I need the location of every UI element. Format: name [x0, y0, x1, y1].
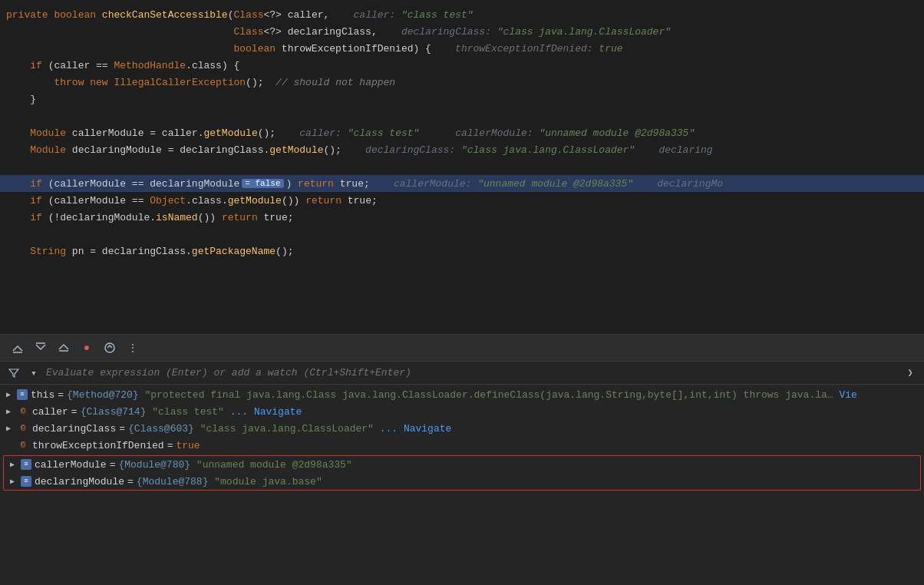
- var-item-callerModule[interactable]: ▶ ≡ callerModule = {Module@780} "unnamed…: [4, 456, 920, 473]
- var-ref-caller: {Class@714}: [81, 406, 147, 418]
- code-line-7: [0, 107, 924, 124]
- code-line-8: Module callerModule = caller.getModule()…: [0, 124, 924, 141]
- expand-icon-throwException: ▶: [6, 441, 17, 450]
- code-line-6: }: [0, 91, 924, 107]
- code-line-11: if (callerModule == declaringModule = fa…: [0, 175, 924, 192]
- field-icon-this: ≡: [17, 389, 28, 400]
- var-item-declaringClass[interactable]: ▶ © declaringClass = {Class@603} "class …: [0, 420, 924, 437]
- code-line-14: [0, 226, 924, 243]
- var-nav-declaringClass[interactable]: ... Navigate: [374, 423, 451, 435]
- var-name-this: this: [31, 389, 54, 401]
- var-val-declaringModule: "module java.base": [208, 476, 322, 488]
- var-item-this[interactable]: ▶ ≡ this = {Method@720} "protected final…: [0, 386, 924, 403]
- throw-keyword: throw: [54, 77, 84, 88]
- more-options-button[interactable]: ⋮: [124, 339, 141, 356]
- run-to-cursor-button[interactable]: ●: [78, 339, 95, 356]
- code-line-2: Class<?> declaringClass, declaringClass:…: [0, 23, 924, 40]
- field-icon-declaringModule: ≡: [21, 476, 31, 487]
- field-icon-caller: ©: [17, 405, 29, 418]
- var-val-callerModule: "unnamed module @2d98a335": [190, 459, 352, 471]
- var-name-declaringClass: declaringClass: [32, 423, 116, 435]
- step-out-button[interactable]: [55, 339, 72, 356]
- code-line-4: if (caller == MethodHandle.class) {: [0, 57, 924, 74]
- var-name-caller: caller: [32, 406, 68, 418]
- code-line-12: if (callerModule == Object.class.getModu…: [0, 192, 924, 209]
- code-line-3: boolean throwExceptionIfDenied) { throwE…: [0, 40, 924, 57]
- step-into-button[interactable]: [32, 339, 49, 356]
- expand-icon-callerModule: ▶: [10, 460, 21, 469]
- variables-list: ▶ ≡ this = {Method@720} "protected final…: [0, 385, 924, 585]
- var-val-declaringClass: "class java.lang.ClassLoader": [194, 423, 374, 435]
- var-item-throwException[interactable]: ▶ © throwExceptionIfDenied = true: [0, 437, 924, 454]
- var-nav-this[interactable]: Vie: [833, 389, 857, 401]
- evaluate-button[interactable]: [101, 339, 118, 356]
- expand-icon-caller: ▶: [6, 407, 17, 416]
- step-over-button[interactable]: [9, 339, 26, 356]
- var-nav-caller[interactable]: ... Navigate: [224, 406, 302, 418]
- watch-panel: ▾ ❯ ▶ ≡ this = {Method@720} "protected f…: [0, 362, 924, 585]
- debugger-toolbar: ● ⋮: [0, 334, 924, 362]
- watch-header: ▾ ❯: [0, 362, 924, 385]
- highlighted-vars-container: ▶ ≡ callerModule = {Module@780} "unnamed…: [3, 455, 921, 491]
- var-val-this: "protected final java.lang.Class java.la…: [139, 389, 833, 401]
- filter-button[interactable]: [6, 365, 21, 381]
- var-name-throwException: throwExceptionIfDenied: [32, 440, 164, 451]
- var-ref-this: {Method@720}: [67, 389, 139, 401]
- var-ref-declaringModule: {Module@788}: [137, 476, 209, 488]
- watch-input[interactable]: [46, 367, 898, 378]
- expand-icon-declaringModule: ▶: [10, 477, 21, 486]
- svg-point-3: [105, 343, 114, 352]
- var-val-caller: "class test": [146, 406, 223, 418]
- var-val-throwException: true: [176, 440, 200, 451]
- var-ref-declaringClass: {Class@603}: [128, 423, 194, 435]
- expand-button[interactable]: ▾: [26, 365, 41, 381]
- code-line-9: Module declaringModule = declaringClass.…: [0, 141, 924, 158]
- var-name-callerModule: callerModule: [35, 459, 107, 471]
- field-icon-throwException: ©: [17, 439, 29, 451]
- expand-icon-declaringClass: ▶: [6, 424, 17, 433]
- code-line-13: if (!declaringModule.isNamed()) return t…: [0, 209, 924, 226]
- code-line-1: private boolean checkCanSetAccessible(Cl…: [0, 6, 924, 23]
- var-item-declaringModule[interactable]: ▶ ≡ declaringModule = {Module@788} "modu…: [4, 473, 920, 490]
- code-line-5: throw new IllegalCallerException(); // s…: [0, 74, 924, 91]
- field-icon-callerModule: ≡: [21, 459, 31, 470]
- field-icon-declaringClass: ©: [17, 422, 29, 435]
- code-line-15: String pn = declaringClass.getPackageNam…: [0, 243, 924, 259]
- code-editor: private boolean checkCanSetAccessible(Cl…: [0, 0, 924, 334]
- var-ref-callerModule: {Module@780}: [118, 459, 190, 471]
- scroll-right-button[interactable]: ❯: [903, 365, 918, 381]
- var-name-declaringModule: declaringModule: [35, 476, 124, 488]
- var-item-caller[interactable]: ▶ © caller = {Class@714} "class test" ..…: [0, 403, 924, 420]
- code-line-10: [0, 158, 924, 175]
- expand-icon-this: ▶: [6, 390, 17, 399]
